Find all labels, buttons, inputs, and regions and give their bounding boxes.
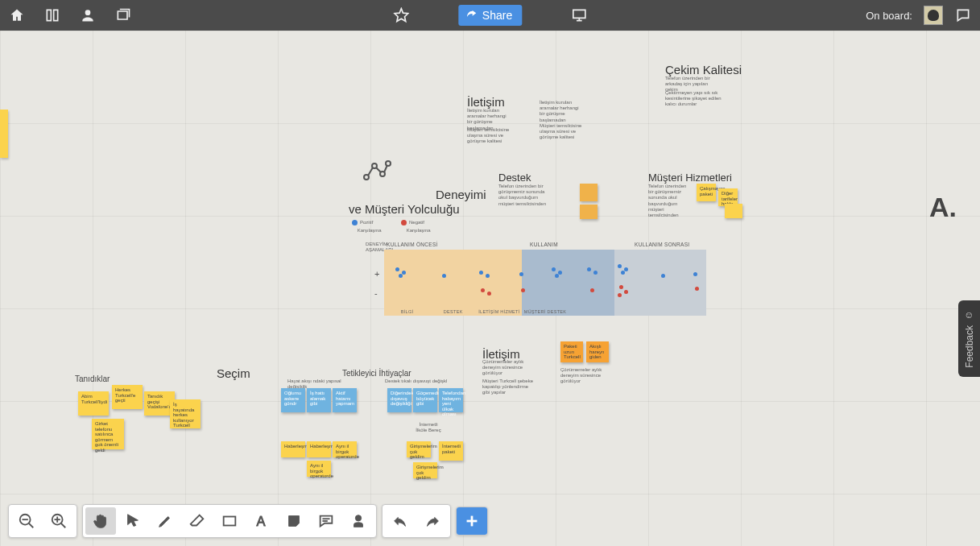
sticky-note[interactable]: Çalışmayan paketi [697,184,716,201]
comment-tool[interactable] [311,507,341,535]
heading-cekim: Çekim Kalitesi [665,63,742,77]
text-block: Destek tıkalı dışavuşt değişkl [385,378,449,384]
sticky-note[interactable]: Herkes Turkcell'e geçti [112,385,143,409]
sticky-note[interactable]: İş hattı alamak gibi [307,388,331,412]
share-label: Share [482,9,512,22]
sticky-note[interactable]: Girket telefonu satılınca görmem gok öne… [92,419,124,449]
heading-yolculuk: ve Müşteri Yolculuğu [349,202,460,216]
text-block: İnternetli İlköle Bereç [413,422,444,433]
text-block: İletişim kurulan aramalar herhangi bir g… [540,100,584,123]
text-tool[interactable]: A [246,507,277,535]
feedback-label: Feedback [964,325,975,368]
sticky-note[interactable] [580,205,598,219]
images-icon[interactable] [114,6,132,24]
text-block: Müşteri temsilcisine ulaşma süresi ve gö… [467,127,511,145]
sticky-note[interactable]: İnternetli paketi [439,441,463,461]
legend: Negatif aaKarşılaşma [401,219,431,234]
phase-label: KULLANIM SONRASI [635,242,689,247]
section-label-a: A. [929,192,957,223]
sticky-note[interactable]: Telefondan habayım yeni ülkak olması [439,388,463,412]
people-icon[interactable] [79,6,97,24]
text-block: Müşteri temsilcisine ulaşma süresi ve gö… [540,123,584,141]
hand-tool[interactable] [85,507,116,535]
star-icon[interactable] [392,6,410,24]
top-toolbar: Share On board: [0,0,980,31]
sticky-note[interactable]: Girişmelerim çok geldim [413,462,437,478]
heading-tanidiklar: Tanıdıklar [75,374,110,383]
sticky-note[interactable]: İş hayatında herkes kullanıyor Turkcell [170,399,201,428]
axis-minus: - [374,288,378,298]
legend: Pozitif aaKarşılaşma [352,219,382,234]
svg-text:A: A [257,514,266,528]
sticky-note[interactable] [580,184,598,201]
heading-musteri: Müşteri Hizmetleri [648,172,732,184]
svg-line-21 [61,523,66,528]
add-button[interactable] [457,507,487,535]
eraser-tool[interactable] [182,507,213,535]
sticky-note[interactable]: Paketi uzun Turkcell [560,341,583,362]
heading-iletisim-top: İletişim [467,95,505,109]
text-block: Müşteri Turkcell şebeke kapatılıp yönlen… [482,378,535,396]
undo-button[interactable] [385,507,416,535]
boards-icon[interactable] [43,6,61,24]
sticky-note[interactable]: Abim Turkcell'liydi [78,391,109,416]
sticky-note[interactable] [725,204,742,218]
home-icon[interactable] [8,6,26,24]
heading-secim: Seçim [217,366,250,380]
text-block: Çözümemeler aylık deneyim süresince görü… [560,367,609,385]
onboard-label: On board: [866,10,912,22]
heading-deneyimi: Deneyimi [436,188,486,201]
stamp-tool[interactable] [343,507,374,535]
history-group [382,504,451,538]
redo-button[interactable] [417,507,448,535]
text-block: Telefon üzerinden bir görüşmemiz sonunda… [648,184,693,218]
text-block: Çözümemeler aylık deneyim süresince görü… [482,359,535,377]
sticky-note[interactable]: Diğerindeki dışavuş değişikliği [387,388,411,412]
zoom-in-button[interactable] [43,507,74,535]
sticky-tool[interactable] [279,507,309,535]
pointer-tool[interactable] [118,507,148,535]
svg-rect-24 [224,517,236,526]
bottom-toolbar: A [8,504,488,538]
present-icon[interactable] [570,6,588,24]
sticky-note[interactable]: Girişmelerim çok geldim [407,441,431,457]
sticky-note[interactable]: Aynı il birgok operatorde [333,441,357,457]
sticky-note[interactable]: Aktif hatamı yapmam [333,388,357,412]
heading-tetikleyici: Tetikleyici İhtiyaçlar [342,369,411,378]
zoom-group [8,504,77,538]
zoom-out-button[interactable] [11,507,42,535]
share-button[interactable]: Share [458,5,522,26]
sticky-note[interactable] [0,110,8,158]
heading-destek: Destek [498,172,531,184]
sticky-note[interactable]: Haberleşmeyi [281,441,305,457]
text-block: Çektirmeyen yapı sık sık kesintilerine ş… [665,90,722,108]
sticky-note[interactable]: Aynı il birgok operatorde [307,461,331,477]
rectangle-tool[interactable] [214,507,245,535]
board-canvas[interactable]: Deneyimi ve Müşteri Yolculuğu İletişim D… [0,31,980,546]
smile-icon: ☺ [964,309,974,321]
pen-tool[interactable] [150,507,180,535]
journey-map: BİLGİ DESTEK İLETİŞİM HİZMETİ MÜŞTERİ DE… [384,250,706,316]
sticky-note[interactable]: Göçemedim böyücek gibi [413,388,437,412]
feedback-tab[interactable]: ☺ Feedback [958,300,980,377]
text-block: Telefon üzerinden bir görüşmemiz sonunda… [498,184,555,207]
add-group [456,507,488,536]
sticky-note[interactable]: Haberleşmeyi [307,441,331,457]
phase-label: KULLANIM [530,242,558,247]
network-icon [362,159,391,184]
sticky-note[interactable]: Oğlumu askere göndr [281,388,305,412]
axis-plus: + [374,269,379,279]
svg-line-18 [29,523,34,528]
svg-point-28 [355,515,361,521]
sticky-note[interactable]: Akışlı hareyn giden [586,341,609,362]
chat-icon[interactable] [954,6,972,24]
tools-group: A [82,504,377,538]
avatar[interactable] [924,6,943,25]
phase-label: KULLANIM ÖNCESİ [387,242,438,247]
